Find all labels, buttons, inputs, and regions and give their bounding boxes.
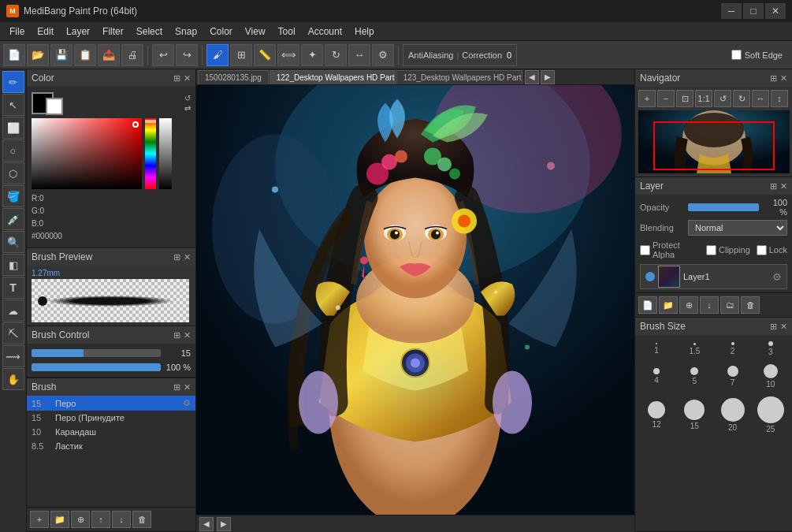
list-item[interactable]: 4 <box>638 361 675 392</box>
brush-tool-button[interactable]: 🖌 <box>206 44 229 66</box>
list-item[interactable]: 8.5 Ластик <box>27 439 195 453</box>
list-item[interactable]: 12 <box>638 393 675 437</box>
settings-button[interactable]: ⚙ <box>372 44 394 66</box>
list-item[interactable]: 10 Карандаш <box>27 425 195 439</box>
menu-color[interactable]: Color <box>203 24 239 39</box>
delete-brush-button[interactable]: 🗑 <box>132 511 151 528</box>
open-button[interactable]: 📂 <box>27 44 49 66</box>
list-item[interactable]: 15 Перо ⚙ <box>27 396 195 411</box>
minimize-button[interactable]: ─ <box>721 3 742 19</box>
list-item[interactable]: 5 <box>676 361 712 392</box>
ruler-button[interactable]: 📏 <box>254 44 276 66</box>
brush-list-close[interactable]: ✕ <box>184 382 191 392</box>
add-layer-button[interactable]: 📄 <box>638 296 657 314</box>
crop-tool-button[interactable]: ⛏ <box>2 322 24 344</box>
brush-list-expand[interactable]: ⊞ <box>173 382 180 392</box>
list-item[interactable]: 1.5 <box>676 338 712 359</box>
print-button[interactable]: 🖨 <box>121 44 143 66</box>
background-color-swatch[interactable] <box>46 98 63 115</box>
menu-file[interactable]: File <box>3 24 31 39</box>
soft-edge-checkbox[interactable] <box>731 50 742 60</box>
clipping-label[interactable]: Clipping <box>706 245 750 255</box>
brush-size-close[interactable]: ✕ <box>780 322 787 332</box>
snap-button[interactable]: ✦ <box>301 44 323 66</box>
list-item[interactable]: 7 <box>715 361 751 392</box>
undo-button[interactable]: ↩ <box>152 44 174 66</box>
tab-3[interactable]: 123_Desktop Wallpapers HD Part (178).jpg <box>396 70 522 84</box>
save-button[interactable]: 💾 <box>50 44 73 66</box>
blending-dropdown[interactable]: Normal Multiply Screen Overlay <box>688 220 787 236</box>
layer-folder-btn[interactable]: 🗂 <box>720 296 739 314</box>
transform-tool-button[interactable]: ⟿ <box>2 345 24 367</box>
clipping-checkbox[interactable] <box>706 245 716 255</box>
redo-button[interactable]: ↪ <box>176 44 198 66</box>
ellipse-tool-button[interactable]: ○ <box>2 140 24 162</box>
color-hue-strip[interactable] <box>145 118 156 189</box>
navigator-expand[interactable]: ⊞ <box>770 73 777 84</box>
duplicate-layer-button[interactable]: ⊕ <box>679 296 698 314</box>
list-item[interactable]: 1 <box>638 338 675 359</box>
nav-actual[interactable]: 1:1 <box>695 90 712 107</box>
menu-snap[interactable]: Snap <box>169 24 203 39</box>
prev-tab-button[interactable]: ◀ <box>525 70 539 84</box>
menu-filter[interactable]: Filter <box>96 24 130 39</box>
brush-config-button[interactable]: ⚙ <box>183 398 191 408</box>
list-item[interactable]: 10 <box>753 361 789 392</box>
layer-item[interactable]: Layer1 ⚙ <box>640 264 787 289</box>
brush-size-expand[interactable]: ⊞ <box>770 322 777 332</box>
color-panel-close[interactable]: ✕ <box>184 73 191 84</box>
nav-flip-v[interactable]: ↕ <box>771 90 788 107</box>
navigator-close[interactable]: ✕ <box>780 73 787 84</box>
close-button[interactable]: ✕ <box>765 3 786 19</box>
swap-colors-btn[interactable]: ⇄ <box>184 104 191 113</box>
add-layer-folder[interactable]: 📁 <box>659 296 678 314</box>
menu-layer[interactable]: Layer <box>60 24 96 39</box>
color-value-strip[interactable] <box>159 118 172 189</box>
brush-preview-close[interactable]: ✕ <box>184 252 191 262</box>
save-as-button[interactable]: 📋 <box>74 44 96 66</box>
menu-edit[interactable]: Edit <box>31 24 60 39</box>
nav-zoom-in[interactable]: + <box>638 90 656 107</box>
text-tool-button[interactable]: T <box>2 277 24 299</box>
lock-checkbox[interactable] <box>757 245 767 255</box>
color-panel-expand[interactable]: ⊞ <box>173 73 180 84</box>
delete-layer-button[interactable]: 🗑 <box>741 296 760 314</box>
grid-button[interactable]: ⊞ <box>230 44 252 66</box>
menu-account[interactable]: Account <box>302 24 348 39</box>
layer-panel-expand[interactable]: ⊞ <box>770 181 777 192</box>
maximize-button[interactable]: □ <box>743 3 764 19</box>
folder-brush-button[interactable]: 📁 <box>50 511 69 528</box>
color-gradient-picker[interactable] <box>32 118 142 189</box>
move-up-brush-button[interactable]: ↑ <box>91 511 110 528</box>
pen-tool-button[interactable]: ✏ <box>2 71 24 93</box>
rotate-button[interactable]: ↻ <box>325 44 347 66</box>
brush-control-close[interactable]: ✕ <box>184 330 191 340</box>
nav-zoom-out[interactable]: − <box>657 90 675 107</box>
nav-rotate-r[interactable]: ↻ <box>733 90 750 107</box>
hand-tool-button[interactable]: ✋ <box>2 368 24 390</box>
select-tool-button[interactable]: ⬡ <box>2 162 24 184</box>
list-item[interactable]: 25 <box>753 393 789 437</box>
brush-control-expand[interactable]: ⊞ <box>173 330 180 340</box>
export-button[interactable]: 📤 <box>98 44 120 66</box>
nav-fit[interactable]: ⊡ <box>676 90 693 107</box>
menu-tool[interactable]: Tool <box>272 24 302 39</box>
brush-preview-expand[interactable]: ⊞ <box>173 252 180 262</box>
menu-view[interactable]: View <box>239 24 272 39</box>
layer-settings-button[interactable]: ⚙ <box>772 271 782 283</box>
menu-help[interactable]: Help <box>348 24 381 39</box>
protect-alpha-label[interactable]: Protect Alpha <box>640 240 700 259</box>
size-slider-track[interactable] <box>32 349 161 357</box>
new-file-button[interactable]: 📄 <box>3 44 25 66</box>
tab-1[interactable]: 1500280135.jpg <box>198 70 269 84</box>
nav-rotate-l[interactable]: ↺ <box>714 90 731 107</box>
tab-2[interactable]: 122_Desktop Wallpapers HD Part (178).jpg <box>270 70 396 84</box>
list-item[interactable]: 3 <box>753 338 789 359</box>
move-down-brush-button[interactable]: ↓ <box>112 511 131 528</box>
eyedrop-tool-button[interactable]: 💉 <box>2 208 24 230</box>
list-item[interactable]: 2 <box>715 338 751 359</box>
list-item[interactable]: 20 <box>715 393 751 437</box>
next-tab-button[interactable]: ▶ <box>541 70 555 84</box>
menu-select[interactable]: Select <box>130 24 169 39</box>
duplicate-brush-button[interactable]: ⊕ <box>71 511 90 528</box>
